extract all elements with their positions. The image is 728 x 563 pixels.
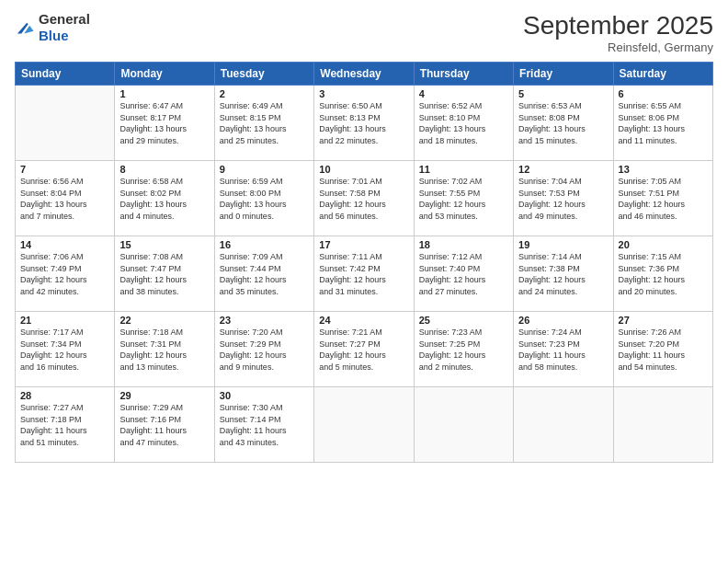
calendar-day: 15Sunrise: 7:08 AM Sunset: 7:47 PM Dayli…	[115, 236, 214, 312]
calendar-day: 17Sunrise: 7:11 AM Sunset: 7:42 PM Dayli…	[314, 236, 414, 312]
col-monday: Monday	[115, 63, 214, 86]
day-info: Sunrise: 7:08 AM Sunset: 7:47 PM Dayligh…	[119, 251, 209, 297]
day-info: Sunrise: 7:05 AM Sunset: 7:51 PM Dayligh…	[619, 176, 708, 222]
calendar-day	[314, 387, 414, 463]
calendar-day: 14Sunrise: 7:06 AM Sunset: 7:49 PM Dayli…	[16, 236, 115, 312]
day-info: Sunrise: 7:06 AM Sunset: 7:49 PM Dayligh…	[20, 251, 109, 297]
day-info: Sunrise: 7:04 AM Sunset: 7:53 PM Dayligh…	[518, 176, 608, 222]
calendar-day: 26Sunrise: 7:24 AM Sunset: 7:23 PM Dayli…	[514, 312, 613, 387]
day-info: Sunrise: 7:30 AM Sunset: 7:14 PM Dayligh…	[220, 402, 309, 448]
day-number: 19	[518, 239, 608, 250]
day-number: 26	[518, 315, 608, 326]
calendar-day: 23Sunrise: 7:20 AM Sunset: 7:29 PM Dayli…	[214, 312, 313, 387]
calendar-day: 1Sunrise: 6:47 AM Sunset: 8:17 PM Daylig…	[115, 86, 214, 161]
subtitle: Reinsfeld, Germany	[523, 40, 713, 54]
calendar-day: 28Sunrise: 7:27 AM Sunset: 7:18 PM Dayli…	[16, 387, 115, 463]
calendar-day: 20Sunrise: 7:15 AM Sunset: 7:36 PM Dayli…	[613, 236, 712, 312]
calendar-day: 19Sunrise: 7:14 AM Sunset: 7:38 PM Dayli…	[514, 236, 613, 312]
col-tuesday: Tuesday	[214, 63, 313, 86]
day-info: Sunrise: 6:59 AM Sunset: 8:00 PM Dayligh…	[220, 176, 309, 222]
day-number: 17	[319, 239, 408, 250]
day-info: Sunrise: 7:20 AM Sunset: 7:29 PM Dayligh…	[220, 327, 309, 373]
day-info: Sunrise: 6:47 AM Sunset: 8:17 PM Dayligh…	[119, 100, 209, 146]
day-info: Sunrise: 7:09 AM Sunset: 7:44 PM Dayligh…	[220, 251, 309, 297]
calendar-day: 24Sunrise: 7:21 AM Sunset: 7:27 PM Dayli…	[314, 312, 414, 387]
day-number: 3	[319, 88, 408, 99]
col-thursday: Thursday	[414, 63, 513, 86]
calendar-day: 8Sunrise: 6:58 AM Sunset: 8:02 PM Daylig…	[115, 161, 214, 236]
calendar-day: 12Sunrise: 7:04 AM Sunset: 7:53 PM Dayli…	[514, 161, 613, 236]
col-friday: Friday	[514, 63, 613, 86]
day-info: Sunrise: 6:52 AM Sunset: 8:10 PM Dayligh…	[419, 100, 508, 146]
page-container: General Blue September 2025 Reinsfeld, G…	[0, 0, 728, 470]
calendar-day	[16, 86, 115, 161]
col-sunday: Sunday	[16, 63, 115, 86]
month-title: September 2025	[523, 11, 713, 40]
calendar-day: 11Sunrise: 7:02 AM Sunset: 7:55 PM Dayli…	[414, 161, 513, 236]
day-number: 28	[20, 390, 109, 401]
calendar-day	[613, 387, 712, 463]
day-number: 23	[220, 315, 309, 326]
day-number: 12	[518, 164, 608, 175]
day-info: Sunrise: 7:23 AM Sunset: 7:25 PM Dayligh…	[419, 327, 508, 373]
day-number: 16	[220, 239, 309, 250]
day-info: Sunrise: 7:26 AM Sunset: 7:20 PM Dayligh…	[619, 327, 708, 373]
day-number: 24	[319, 315, 408, 326]
calendar-day: 10Sunrise: 7:01 AM Sunset: 7:58 PM Dayli…	[314, 161, 414, 236]
calendar-week-0: 1Sunrise: 6:47 AM Sunset: 8:17 PM Daylig…	[16, 86, 713, 161]
day-info: Sunrise: 7:21 AM Sunset: 7:27 PM Dayligh…	[319, 327, 408, 373]
day-info: Sunrise: 7:29 AM Sunset: 7:16 PM Dayligh…	[119, 402, 209, 448]
day-number: 18	[419, 239, 508, 250]
day-number: 1	[119, 88, 209, 99]
day-number: 13	[619, 164, 708, 175]
calendar-day: 9Sunrise: 6:59 AM Sunset: 8:00 PM Daylig…	[214, 161, 313, 236]
logo-general: General	[39, 11, 90, 27]
calendar-day: 18Sunrise: 7:12 AM Sunset: 7:40 PM Dayli…	[414, 236, 513, 312]
day-number: 4	[419, 88, 508, 99]
day-number: 2	[220, 88, 309, 99]
logo-icon	[15, 17, 35, 38]
calendar-day: 21Sunrise: 7:17 AM Sunset: 7:34 PM Dayli…	[16, 312, 115, 387]
day-number: 14	[20, 239, 109, 250]
calendar-day: 22Sunrise: 7:18 AM Sunset: 7:31 PM Dayli…	[115, 312, 214, 387]
header: General Blue September 2025 Reinsfeld, G…	[15, 11, 713, 54]
day-number: 7	[20, 164, 109, 175]
day-info: Sunrise: 7:01 AM Sunset: 7:58 PM Dayligh…	[319, 176, 408, 222]
calendar-day: 25Sunrise: 7:23 AM Sunset: 7:25 PM Dayli…	[414, 312, 513, 387]
day-number: 30	[220, 390, 309, 401]
day-info: Sunrise: 6:49 AM Sunset: 8:15 PM Dayligh…	[220, 100, 309, 146]
day-info: Sunrise: 7:27 AM Sunset: 7:18 PM Dayligh…	[20, 402, 109, 448]
calendar-day: 2Sunrise: 6:49 AM Sunset: 8:15 PM Daylig…	[214, 86, 313, 161]
day-info: Sunrise: 6:55 AM Sunset: 8:06 PM Dayligh…	[619, 100, 708, 146]
calendar-day: 3Sunrise: 6:50 AM Sunset: 8:13 PM Daylig…	[314, 86, 414, 161]
calendar-week-2: 14Sunrise: 7:06 AM Sunset: 7:49 PM Dayli…	[16, 236, 713, 312]
logo: General Blue	[15, 11, 90, 44]
calendar-day: 4Sunrise: 6:52 AM Sunset: 8:10 PM Daylig…	[414, 86, 513, 161]
calendar-day: 5Sunrise: 6:53 AM Sunset: 8:08 PM Daylig…	[514, 86, 613, 161]
calendar-week-1: 7Sunrise: 6:56 AM Sunset: 8:04 PM Daylig…	[16, 161, 713, 236]
calendar-day: 29Sunrise: 7:29 AM Sunset: 7:16 PM Dayli…	[115, 387, 214, 463]
calendar-day: 30Sunrise: 7:30 AM Sunset: 7:14 PM Dayli…	[214, 387, 313, 463]
calendar-day: 7Sunrise: 6:56 AM Sunset: 8:04 PM Daylig…	[16, 161, 115, 236]
day-info: Sunrise: 7:12 AM Sunset: 7:40 PM Dayligh…	[419, 251, 508, 297]
calendar-day	[414, 387, 513, 463]
logo-text: General Blue	[39, 11, 90, 44]
day-number: 10	[319, 164, 408, 175]
header-row: Sunday Monday Tuesday Wednesday Thursday…	[16, 63, 713, 86]
calendar-day: 16Sunrise: 7:09 AM Sunset: 7:44 PM Dayli…	[214, 236, 313, 312]
col-saturday: Saturday	[613, 63, 712, 86]
day-info: Sunrise: 6:53 AM Sunset: 8:08 PM Dayligh…	[518, 100, 608, 146]
day-number: 27	[619, 315, 708, 326]
day-number: 8	[119, 164, 209, 175]
day-info: Sunrise: 7:14 AM Sunset: 7:38 PM Dayligh…	[518, 251, 608, 297]
day-number: 22	[119, 315, 209, 326]
title-block: September 2025 Reinsfeld, Germany	[523, 11, 713, 54]
day-info: Sunrise: 7:18 AM Sunset: 7:31 PM Dayligh…	[119, 327, 209, 373]
day-info: Sunrise: 6:58 AM Sunset: 8:02 PM Dayligh…	[119, 176, 209, 222]
calendar-day: 13Sunrise: 7:05 AM Sunset: 7:51 PM Dayli…	[613, 161, 712, 236]
day-info: Sunrise: 6:56 AM Sunset: 8:04 PM Dayligh…	[20, 176, 109, 222]
calendar-week-3: 21Sunrise: 7:17 AM Sunset: 7:34 PM Dayli…	[16, 312, 713, 387]
day-number: 5	[518, 88, 608, 99]
col-wednesday: Wednesday	[314, 63, 414, 86]
day-number: 11	[419, 164, 508, 175]
